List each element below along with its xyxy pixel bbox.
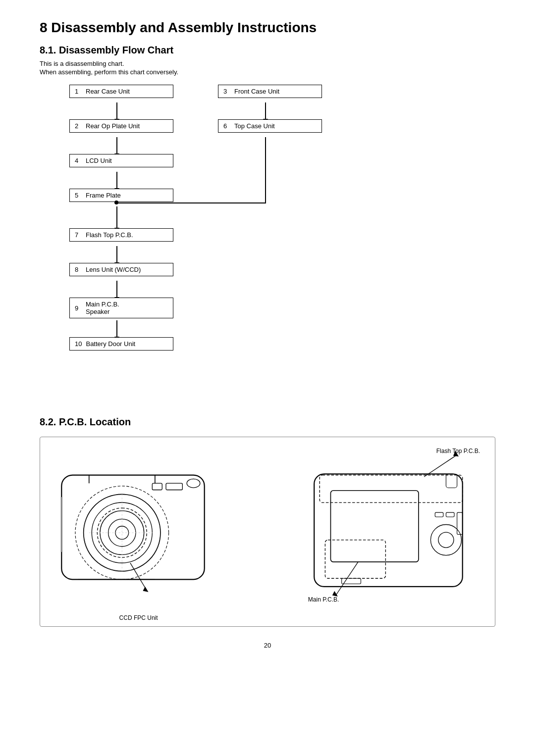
flow-box-6: 6 Top Case Unit — [218, 119, 322, 133]
flow-box-2: 2 Rear Op Plate Unit — [69, 119, 173, 133]
main-pcb-label: Main P.C.B. — [308, 596, 339, 603]
flow-box-5: 5 Frame Plate — [69, 189, 173, 202]
flow-box-3: 3 Front Case Unit — [218, 85, 322, 98]
ccd-fpc-label: CCD FPC Unit — [119, 614, 158, 621]
camera-back-svg — [303, 447, 490, 617]
flow-box-8: 8 Lens Unit (W/CCD) — [69, 263, 173, 276]
svg-rect-28 — [341, 578, 361, 584]
camera-front-diagram: CCD FPC Unit — [45, 442, 232, 621]
svg-rect-29 — [457, 512, 462, 534]
flow-box-1: 1 Rear Case Unit — [69, 85, 173, 98]
merge-line-horiz — [116, 202, 266, 203]
note1: This is a disassembling chart. — [40, 60, 495, 67]
svg-rect-9 — [152, 483, 162, 490]
merge-line-vert — [265, 137, 266, 203]
arrow-8-9 — [116, 281, 117, 298]
pcb-location-box: CCD FPC Unit — [40, 437, 495, 627]
arrow-7-8 — [116, 246, 117, 263]
camera-front-svg — [45, 442, 232, 612]
arrow-9-10 — [116, 320, 117, 337]
svg-rect-0 — [61, 475, 204, 580]
flash-top-pcb-label: Flash Top P.C.B. — [436, 448, 480, 454]
svg-rect-10 — [166, 483, 182, 490]
page-title: 8 Disassembly and Assembly Instructions — [40, 20, 495, 36]
flow-box-9: 9 Main P.C.B. Speaker — [69, 298, 173, 318]
svg-point-24 — [438, 532, 454, 548]
arrow-5-7 — [116, 206, 117, 228]
section2-heading: 8.2. P.C.B. Location — [40, 416, 495, 428]
svg-rect-27 — [446, 474, 457, 488]
arrow-4-5 — [116, 172, 117, 189]
flowchart: 1 Rear Case Unit 2 Rear Op Plate Unit 4 … — [40, 85, 495, 402]
arrow-2-4 — [116, 137, 117, 154]
arrow-1-2 — [116, 102, 117, 119]
svg-line-30 — [424, 455, 457, 477]
flow-box-4: 4 LCD Unit — [69, 154, 173, 167]
flow-box-7: 7 Flash Top P.C.B. — [69, 228, 173, 242]
svg-rect-26 — [446, 512, 454, 517]
section1-heading: 8.1. Disassembly Flow Chart — [40, 45, 495, 56]
svg-rect-21 — [320, 475, 462, 503]
svg-rect-22 — [325, 540, 385, 579]
flow-box-10: 10 Battery Door Unit — [69, 337, 173, 351]
page-number: 20 — [40, 642, 495, 649]
junction-dot-5 — [114, 201, 118, 204]
camera-back-diagram: Flash Top P.C.B. Main P.C.B. — [303, 447, 490, 617]
svg-marker-18 — [143, 587, 148, 592]
svg-point-11 — [187, 479, 200, 488]
arrow-3-6 — [265, 102, 266, 119]
svg-rect-20 — [330, 491, 418, 562]
svg-rect-25 — [435, 512, 443, 517]
note2: When assembling, perform this chart conv… — [40, 68, 495, 76]
